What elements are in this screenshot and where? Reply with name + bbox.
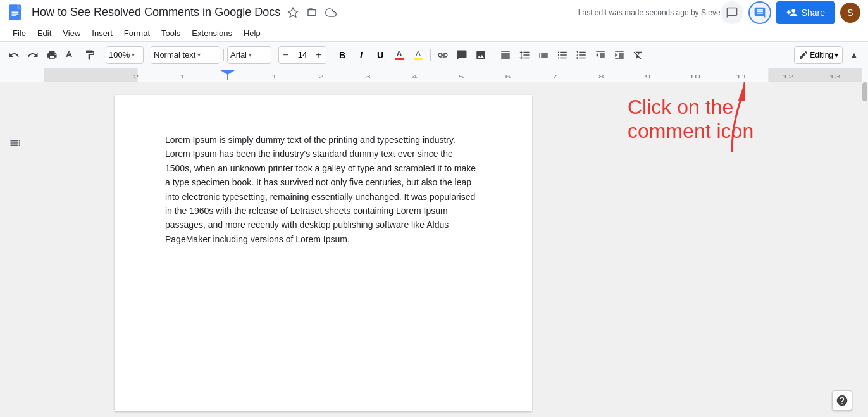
cloud-icon[interactable] bbox=[323, 5, 338, 20]
user-avatar[interactable]: S bbox=[840, 3, 860, 23]
svg-text:7: 7 bbox=[552, 73, 557, 80]
annotation-line1: Click on the bbox=[628, 95, 830, 119]
svg-rect-3 bbox=[11, 13, 18, 14]
increase-indent-button[interactable] bbox=[611, 46, 628, 64]
ruler-bar: -2 -1 | 1 2 3 4 5 6 7 8 9 10 11 12 13 bbox=[44, 68, 862, 82]
svg-text:13: 13 bbox=[829, 73, 840, 80]
text-style-value: Normal text bbox=[154, 50, 195, 59]
outline-icon[interactable] bbox=[5, 133, 25, 153]
title-action-icons bbox=[285, 5, 338, 20]
redo-button[interactable] bbox=[24, 46, 42, 64]
divider5 bbox=[330, 49, 330, 61]
page: Lorem Ipsum is simply dummy text of the … bbox=[115, 95, 532, 411]
menu-extensions[interactable]: Extensions bbox=[187, 27, 237, 39]
spellcheck-button[interactable]: A bbox=[62, 46, 80, 64]
font-size-input[interactable] bbox=[293, 50, 312, 59]
font-size-group: − + bbox=[278, 46, 326, 64]
main-area: Lorem Ipsum is simply dummy text of the … bbox=[0, 82, 868, 417]
svg-text:9: 9 bbox=[645, 73, 651, 80]
annotation-line2: comment icon bbox=[628, 119, 830, 143]
annotation-area: Click on the comment icon bbox=[628, 95, 830, 144]
folder-icon[interactable] bbox=[304, 5, 319, 20]
svg-text:12: 12 bbox=[782, 73, 793, 80]
insert-comment-button[interactable] bbox=[453, 46, 471, 64]
style-arrow: ▾ bbox=[197, 51, 201, 58]
zoom-value: 100% bbox=[109, 50, 130, 59]
header-right: Share S bbox=[721, 1, 860, 24]
svg-text:4: 4 bbox=[411, 73, 418, 80]
svg-text:8: 8 bbox=[598, 73, 604, 80]
svg-marker-24 bbox=[220, 70, 236, 75]
link-button[interactable] bbox=[434, 46, 452, 64]
show-comments-button[interactable] bbox=[748, 1, 771, 24]
left-sidebar-icons bbox=[5, 133, 25, 153]
bold-button[interactable]: B bbox=[333, 46, 351, 64]
vertical-scrollbar[interactable] bbox=[862, 82, 868, 417]
line-spacing-button[interactable] bbox=[516, 46, 533, 64]
italic-button[interactable]: I bbox=[352, 46, 370, 64]
menu-file[interactable]: File bbox=[8, 27, 31, 39]
toolbar: A 100% ▾ Normal text ▾ Arial ▾ − + B I U… bbox=[0, 42, 868, 68]
ruler: -2 -1 | 1 2 3 4 5 6 7 8 9 10 11 12 13 bbox=[0, 68, 868, 82]
divider2 bbox=[147, 49, 147, 61]
share-label: Share bbox=[802, 8, 825, 18]
zoom-arrow: ▾ bbox=[132, 51, 135, 58]
editing-label: Editing bbox=[810, 51, 833, 59]
svg-text:11: 11 bbox=[736, 73, 747, 80]
align-button[interactable] bbox=[497, 46, 514, 64]
menu-help[interactable]: Help bbox=[239, 27, 266, 39]
svg-rect-2 bbox=[11, 11, 18, 12]
left-margin bbox=[0, 82, 38, 417]
menu-edit[interactable]: Edit bbox=[32, 27, 56, 39]
paint-format-button[interactable] bbox=[81, 46, 99, 64]
bullets-button[interactable] bbox=[554, 46, 571, 64]
document-area[interactable]: Lorem Ipsum is simply dummy text of the … bbox=[38, 82, 609, 417]
divider6 bbox=[430, 49, 431, 61]
last-edit-text: Last edit was made seconds ago by Steve bbox=[578, 8, 721, 17]
text-style-dropdown[interactable]: Normal text ▾ bbox=[151, 46, 220, 64]
menu-view[interactable]: View bbox=[58, 27, 85, 39]
divider1 bbox=[102, 49, 102, 61]
collapse-toolbar-button[interactable]: ▲ bbox=[845, 46, 863, 64]
explore-button[interactable] bbox=[832, 390, 852, 411]
decrease-indent-button[interactable] bbox=[592, 46, 609, 64]
svg-text:2: 2 bbox=[318, 73, 324, 80]
svg-text:5: 5 bbox=[458, 73, 464, 80]
comment-history-button[interactable] bbox=[721, 1, 743, 24]
title-bar: How to See Resolved Comments in Google D… bbox=[0, 0, 868, 25]
annotation-text: Click on the comment icon bbox=[628, 95, 830, 144]
svg-text:6: 6 bbox=[505, 73, 511, 80]
insert-image-button[interactable] bbox=[472, 46, 490, 64]
clear-formatting-button[interactable] bbox=[629, 46, 647, 64]
svg-text:1: 1 bbox=[271, 73, 277, 80]
page-content[interactable]: Lorem Ipsum is simply dummy text of the … bbox=[165, 133, 481, 246]
divider7 bbox=[493, 49, 493, 61]
highlight-button[interactable]: A bbox=[409, 46, 427, 64]
menu-format[interactable]: Format bbox=[119, 27, 155, 39]
doc-icon bbox=[8, 4, 25, 22]
person-add-icon bbox=[786, 7, 798, 18]
share-button[interactable]: Share bbox=[776, 1, 835, 24]
font-size-decrease[interactable]: − bbox=[279, 47, 293, 63]
star-icon[interactable] bbox=[285, 5, 301, 20]
font-size-increase[interactable]: + bbox=[312, 47, 326, 63]
menu-insert[interactable]: Insert bbox=[87, 27, 118, 39]
underline-button[interactable]: U bbox=[371, 46, 389, 64]
font-value: Arial bbox=[230, 50, 247, 59]
font-dropdown[interactable]: Arial ▾ bbox=[227, 46, 271, 64]
menu-tools[interactable]: Tools bbox=[156, 27, 185, 39]
text-color-button[interactable]: A bbox=[390, 46, 408, 64]
editing-mode-button[interactable]: Editing ▾ bbox=[794, 46, 843, 64]
svg-text:-2: -2 bbox=[130, 73, 139, 80]
font-arrow: ▾ bbox=[249, 51, 252, 58]
numbered-list-button[interactable] bbox=[573, 46, 590, 64]
menu-bar: File Edit View Insert Format Tools Exten… bbox=[0, 25, 868, 42]
divider4 bbox=[275, 49, 275, 61]
svg-rect-4 bbox=[11, 15, 16, 16]
checklist-button[interactable] bbox=[535, 46, 552, 64]
zoom-dropdown[interactable]: 100% ▾ bbox=[106, 46, 144, 64]
undo-button[interactable] bbox=[5, 46, 23, 64]
print-button[interactable] bbox=[43, 46, 61, 64]
divider3 bbox=[223, 49, 224, 61]
svg-rect-6 bbox=[44, 68, 138, 82]
